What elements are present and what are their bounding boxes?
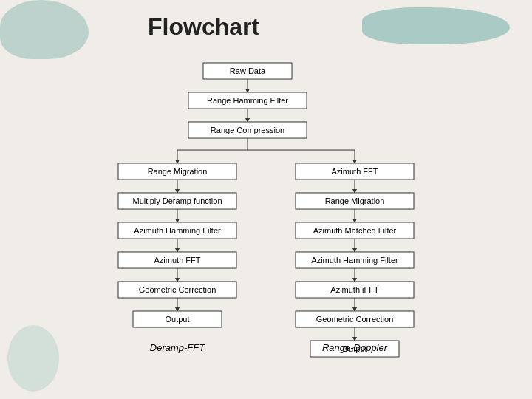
svg-text:Azimuth Hamming Filter: Azimuth Hamming Filter	[311, 256, 398, 265]
svg-text:Range-Doppler: Range-Doppler	[322, 342, 388, 353]
svg-text:Azimuth FFT: Azimuth FFT	[332, 167, 378, 176]
svg-text:Geometric Correction: Geometric Correction	[316, 315, 394, 324]
svg-text:Range Migration: Range Migration	[325, 197, 385, 205]
svg-text:Azimuth iFFT: Azimuth iFFT	[330, 285, 379, 294]
page-title: Flowchart	[148, 13, 259, 41]
svg-text:Azimuth Matched Filter: Azimuth Matched Filter	[313, 226, 397, 235]
svg-text:Raw Data: Raw Data	[230, 66, 266, 75]
bg-decoration-left	[0, 0, 89, 59]
svg-text:Azimuth Hamming Filter: Azimuth Hamming Filter	[134, 226, 221, 235]
svg-text:Multiply Deramp function: Multiply Deramp function	[132, 197, 222, 205]
svg-text:Range Compression: Range Compression	[211, 126, 284, 134]
bg-decoration-right	[362, 7, 510, 44]
svg-text:Deramp-FFT: Deramp-FFT	[150, 342, 205, 353]
svg-text:Range Migration: Range Migration	[148, 167, 208, 176]
flowchart-diagram: Raw Data Range Hamming Filter Range Comp…	[37, 55, 495, 388]
svg-text:Azimuth FFT: Azimuth FFT	[154, 256, 201, 265]
svg-text:Range Hamming Filter: Range Hamming Filter	[207, 96, 288, 105]
svg-text:Output: Output	[165, 315, 189, 324]
svg-text:Geometric Correction: Geometric Correction	[139, 285, 216, 294]
